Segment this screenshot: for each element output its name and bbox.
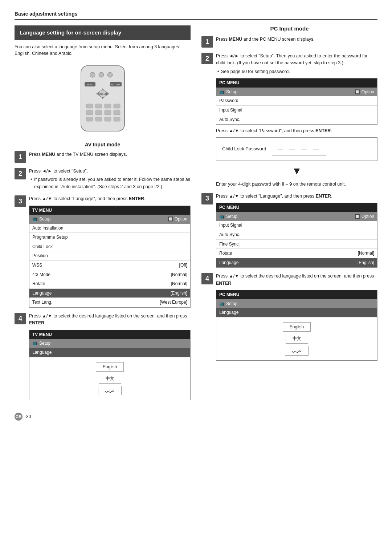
child-lock-label: Child Lock Password [222, 145, 266, 153]
pc-step-4: 4 Press ▲/▼ to select the desired langua… [201, 273, 377, 360]
pc-menu3-language: Language[English] [216, 258, 377, 268]
pc-menu-step3: PC MENU 📺 Setup 🔲 Option [216, 203, 377, 268]
pc-menu4-language-row: Language [216, 308, 377, 317]
step-num-1: 1 [15, 151, 26, 163]
svg-text:RETURN: RETURN [111, 84, 120, 86]
tv-menu-header: TV MENU [29, 206, 190, 215]
step-text-3: Press ▲/▼ to select "Language", and then… [29, 195, 191, 308]
svg-rect-20 [105, 110, 111, 115]
lang-option-english: English [96, 362, 124, 372]
tv-menu-row-43mode: 4:3 Mode[Normal] [29, 270, 190, 280]
step-num-3: 3 [15, 195, 26, 207]
enter-note: Enter your 4-digit password with 0 – 9 o… [216, 181, 377, 188]
pc-menu3-inputsignal: Input Signal [216, 221, 377, 230]
pc-setup-icon: 📺 [219, 89, 225, 96]
tv-menu-row-progsettup: Programme Setup [29, 233, 190, 242]
lang-option-chinese: 中文 [99, 374, 121, 384]
child-lock-password-box: Child Lock Password — — — — [216, 137, 377, 161]
av-step-3: 3 Press ▲/▼ to select "Language", and th… [15, 195, 191, 308]
svg-rect-18 [86, 110, 93, 115]
pc-menu-step4: PC MENU 📺 Setup Language English [216, 290, 377, 361]
pc-step-3: 3 Press ▲/▼ to select "Language", and th… [201, 193, 377, 268]
remote-illustration: MENU RETURN ENTER [15, 62, 191, 136]
header-title: Basic adjustment settings [15, 11, 78, 17]
pc-step-text-1: Press MENU and the PC MENU screen displa… [216, 36, 377, 43]
svg-rect-15 [95, 104, 102, 108]
pc-menu3-header: PC MENU [216, 203, 377, 212]
pc-menu2-row-password: Password [216, 96, 377, 106]
pc-step-text-2: Press ◄/► to select "Setup". Then you ar… [216, 53, 377, 188]
lang-option-arabic: عربي [98, 386, 122, 396]
svg-rect-21 [114, 110, 120, 115]
pc-title: PC Input mode [201, 25, 377, 32]
pc-menu4-lang-options: English 中文 عربي [216, 317, 377, 360]
tv-menu4-header: TV MENU [29, 330, 190, 339]
pc-menu3-autosync: Auto Sync. [216, 230, 377, 240]
svg-text:MENU: MENU [87, 84, 93, 86]
footer-badge: GB [15, 413, 23, 421]
section-title: Language setting for on-screen display [20, 29, 121, 36]
svg-point-1 [90, 72, 95, 77]
tv-menu-row-language: Language[English] [29, 289, 190, 298]
pc-menu4-header: PC MENU [216, 290, 377, 299]
tv-menu-row-position: Position [29, 251, 190, 261]
tv-menu-row-textlang: Text Lang.[West Europe] [29, 298, 190, 307]
av-step-4: 4 Press ▲/▼ to select the desired langua… [15, 313, 191, 400]
tv-menu-subheader: 📺 Setup 🔲 Option [29, 215, 190, 224]
pc-step-text-4: Press ▲/▼ to select the desired language… [216, 273, 377, 360]
svg-point-3 [107, 72, 113, 77]
section-intro: You can also select a language from setu… [15, 44, 191, 57]
pc-menu3-finesync: Fine Sync. [216, 240, 377, 249]
step-num-4: 4 [15, 313, 26, 324]
pc-menu2-row-inputsignal: Input Signal [216, 106, 377, 115]
pc-menu2-header: PC MENU [216, 78, 377, 88]
tv-menu4-language-row: Language [29, 348, 190, 357]
pc-step-text-3: Press ▲/▼ to select "Language", and then… [216, 193, 377, 268]
pc-step-num-4: 4 [201, 273, 213, 284]
av-input-title: AV Input mode [15, 142, 191, 147]
step-text-1: Press MENU and the TV MENU screen displa… [29, 151, 191, 158]
tv-menu4-lang-options: English 中文 عربي [29, 357, 190, 400]
pc-menu3-rotate: Rotate[Normal] [216, 249, 377, 258]
page-header: Basic adjustment settings [15, 11, 377, 20]
step-text-4: Press ▲/▼ to select the desired language… [29, 313, 191, 400]
password-dashes: — — — — [272, 143, 326, 155]
svg-text:ENTER: ENTER [98, 93, 107, 95]
svg-rect-19 [95, 110, 102, 115]
step-num-2: 2 [15, 168, 26, 179]
right-column: PC Input mode 1 Press MENU and the PC ME… [201, 25, 377, 405]
pc-option-icon: 🔲 [355, 89, 360, 96]
tv-menu-row-wss: WSS[Off] [29, 261, 190, 270]
pc-step-num-3: 3 [201, 193, 213, 204]
pc-lang-arabic: عربي [285, 346, 309, 356]
pc-menu3-subheader: 📺 Setup 🔲 Option [216, 212, 377, 221]
tv-menu4-subheader: 📺 Setup [29, 339, 190, 348]
footer: GB -30 [15, 413, 377, 421]
pc-step-num-2: 2 [201, 53, 213, 64]
pc-lang-chinese: 中文 [286, 334, 308, 344]
down-arrow-icon: ▼ [216, 163, 377, 179]
pc-option-icon-3: 🔲 [355, 213, 360, 220]
pc-menu4-subheader: 📺 Setup [216, 299, 377, 308]
left-column: Language setting for on-screen display Y… [15, 25, 191, 405]
svg-rect-25 [114, 117, 120, 121]
step-text-2: Press ◄/► to select "Setup". If password… [29, 168, 191, 190]
svg-rect-24 [105, 117, 111, 121]
page-wrapper: Basic adjustment settings Language setti… [15, 11, 377, 421]
pc-step-2: 2 Press ◄/► to select "Setup". Then you … [201, 53, 377, 188]
pc-setup-icon-3: 📺 [219, 213, 225, 220]
setup-icon: 📺 [32, 216, 38, 223]
pc-step-1: 1 Press MENU and the PC MENU screen disp… [201, 36, 377, 48]
page-number: -30 [25, 414, 31, 419]
option-icon: 🔲 [168, 216, 173, 223]
password-instruction: Press ▲/▼ to select "Password", and then… [216, 127, 377, 134]
svg-rect-23 [95, 117, 102, 121]
pc-menu2-subheader: 📺 Setup 🔲 Option [216, 88, 377, 97]
pc-menu-step2: PC MENU 📺 Setup 🔲 Option [216, 78, 377, 125]
setup-icon-2: 📺 [32, 340, 38, 347]
pc-lang-english: English [283, 322, 311, 332]
svg-rect-14 [86, 104, 93, 108]
tv-menu-step4: TV MENU 📺 Setup Language Englis [29, 330, 191, 401]
section-title-box: Language setting for on-screen display [15, 25, 191, 40]
tv-menu-row-rotate: Rotate[Normal] [29, 279, 190, 289]
